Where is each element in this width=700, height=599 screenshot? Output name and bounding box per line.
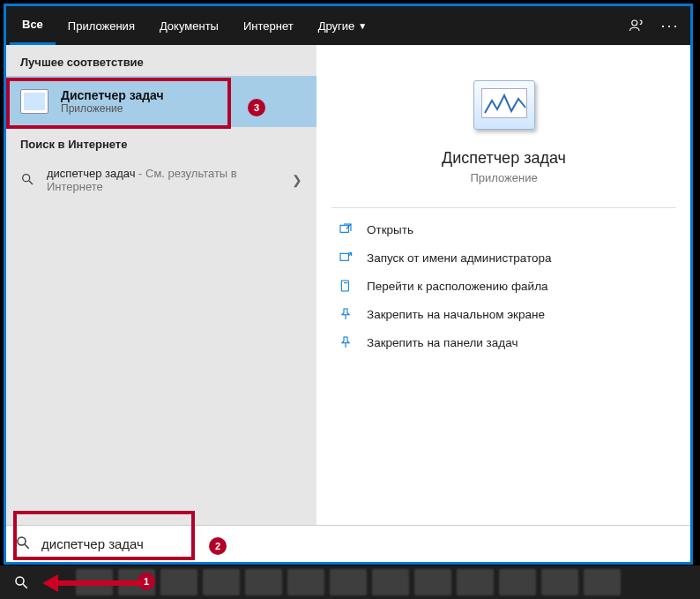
svg-line-2 [29,181,33,184]
result-subtitle: Приложение [61,102,164,115]
feedback-icon[interactable] [620,6,653,45]
taskbar-app[interactable] [414,569,451,595]
action-pin-start[interactable]: Закрепить на начальном экране [331,300,676,328]
taskbar-app[interactable] [76,569,113,595]
preview-subtitle: Приложение [331,171,676,184]
taskbar-app[interactable] [203,569,240,595]
search-icon [20,172,38,189]
search-tabs: Все Приложения Документы Интернет Другие… [6,6,690,45]
admin-icon [335,251,356,265]
web-result[interactable]: диспетчер задач - См. результаты в Интер… [6,158,316,202]
pin-start-icon [335,307,356,321]
preview-panel: Диспетчер задач Приложение Открыть Запус… [316,45,690,525]
taskbar-app[interactable] [160,569,197,595]
more-icon[interactable]: ··· [653,6,687,45]
preview-app-icon [473,80,535,130]
taskbar-search-button[interactable] [4,565,39,599]
annotation-badge-3: 3 [248,99,265,116]
svg-line-10 [25,544,29,549]
search-input[interactable] [41,536,681,551]
best-match-label: Лучшее соответствие [6,45,316,76]
annotation-badge-2: 2 [209,537,227,555]
open-icon [335,222,356,236]
task-manager-icon [20,89,48,114]
web-section-label: Поиск в Интернете [6,127,316,158]
taskbar-app[interactable] [499,569,536,595]
svg-point-1 [23,174,30,181]
chevron-right-icon: ❯ [292,173,302,187]
action-run-admin[interactable]: Запуск от имени администратора [331,243,676,272]
search-bar[interactable] [6,525,690,562]
svg-line-12 [23,584,27,588]
taskbar-app[interactable] [330,569,367,595]
tab-other[interactable]: Другие▼ [306,6,380,45]
web-result-text: диспетчер задач - См. результаты в Интер… [47,167,292,193]
search-icon [15,535,34,553]
svg-rect-5 [341,281,348,291]
preview-title: Диспетчер задач [331,149,676,168]
result-title: Диспетчер задач [61,88,164,102]
taskbar-app[interactable] [457,569,494,595]
taskbar-app[interactable] [287,569,324,595]
taskbar [0,565,700,599]
tab-all[interactable]: Все [10,6,56,45]
tab-docs[interactable]: Документы [147,6,231,45]
svg-point-11 [16,577,24,585]
pin-taskbar-icon [335,335,356,349]
annotation-badge-1: 1 [138,573,155,590]
action-open[interactable]: Открыть [331,215,676,243]
folder-icon [335,279,356,293]
top-result[interactable]: Диспетчер задач Приложение [6,76,316,127]
tab-web[interactable]: Интернет [231,6,306,45]
action-open-location[interactable]: Перейти к расположению файла [331,272,676,300]
action-pin-taskbar[interactable]: Закрепить на панели задач [331,328,676,356]
taskbar-app[interactable] [541,569,578,595]
svg-point-0 [632,20,637,26]
taskbar-app[interactable] [584,569,621,595]
svg-rect-4 [340,253,348,260]
svg-point-9 [18,537,26,545]
taskbar-app[interactable] [245,569,282,595]
results-panel: Лучшее соответствие Диспетчер задач Прил… [6,45,316,525]
svg-rect-3 [340,225,348,232]
taskbar-app[interactable] [372,569,409,595]
tab-apps[interactable]: Приложения [56,6,147,45]
chevron-down-icon: ▼ [358,21,367,31]
